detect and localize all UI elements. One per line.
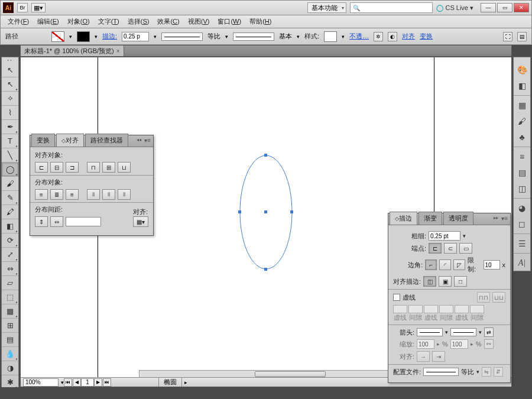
eraser-tool[interactable]: ◧▸	[2, 219, 18, 233]
corner-miter-button[interactable]: ⌐	[425, 259, 437, 270]
selected-ellipse-shape[interactable]	[239, 155, 293, 270]
brushes-panel-icon[interactable]: 🖌	[514, 113, 530, 129]
artboard-number-input[interactable]	[81, 378, 94, 387]
menu-object[interactable]: 对象(O)	[64, 16, 93, 27]
dist-vcenter-button[interactable]: ≣	[50, 189, 63, 200]
tab-gradient[interactable]: 渐变	[419, 212, 442, 225]
dash1-input[interactable]	[393, 305, 407, 313]
flip-along-icon[interactable]: ⇋	[482, 367, 491, 377]
arrow-start-dropdown[interactable]	[417, 328, 443, 336]
style-swatch[interactable]	[324, 31, 337, 42]
dist-hcenter-button[interactable]: ⦀	[102, 189, 115, 200]
cap-square-button[interactable]: ▭	[459, 243, 472, 254]
panel-menu-icon[interactable]: ▾≡	[501, 215, 508, 222]
perspective-grid-tool[interactable]: ▦▸	[2, 304, 18, 319]
recolor-icon[interactable]: ✲	[374, 32, 383, 41]
tab-align[interactable]: ◇对齐	[56, 134, 84, 147]
free-transform-tool[interactable]: ▱	[2, 276, 18, 290]
type-tool[interactable]: T▸	[2, 134, 18, 148]
align-bottom-button[interactable]: ⊔	[118, 162, 131, 173]
opacity-link[interactable]: 不透…	[349, 32, 369, 41]
search-input[interactable]	[350, 2, 433, 13]
align-stroke-inside-button[interactable]: ▣	[439, 276, 452, 287]
link-scale-icon[interactable]: ⚯	[484, 339, 494, 349]
dash2-input[interactable]	[424, 305, 438, 313]
ellipse-tool[interactable]: ◯▸	[2, 163, 18, 177]
nav-last-icon[interactable]: ⏭	[103, 378, 111, 387]
isolate-icon[interactable]: ⛶	[503, 32, 512, 41]
tab-transform[interactable]: 变换	[31, 134, 55, 147]
layout-arrange-icon[interactable]: ▦▾	[31, 3, 46, 12]
selection-tool[interactable]: ↖	[2, 63, 18, 77]
arrow-extend-button[interactable]: →	[417, 351, 430, 362]
align-link[interactable]: 对齐	[402, 32, 415, 41]
magic-wand-tool[interactable]: ✧	[2, 92, 18, 106]
flip-across-icon[interactable]: ⇵	[494, 367, 503, 377]
dist-bottom-button[interactable]: ≡	[66, 189, 79, 200]
gap3-input[interactable]	[470, 305, 484, 313]
align-hcenter-button[interactable]: ⊟	[50, 162, 63, 173]
align-vcenter-button[interactable]: ⊞	[102, 162, 115, 173]
tab-stroke[interactable]: ◇描边	[390, 212, 417, 225]
menu-window[interactable]: 窗口(W)	[214, 16, 245, 27]
dash-preserve-button[interactable]: ⊓⊓	[477, 292, 490, 303]
artboard-nav[interactable]: ⏮ ◀	[64, 378, 81, 387]
menu-type[interactable]: 文字(T)	[95, 16, 123, 27]
color-panel-icon[interactable]: 🎨	[514, 62, 530, 77]
tab-transparency[interactable]: 透明度	[443, 212, 473, 225]
status-menu-icon[interactable]: ▸	[184, 379, 187, 385]
maximize-button[interactable]: ▭	[497, 3, 512, 12]
menu-effect[interactable]: 效果(C)	[154, 16, 183, 27]
recolor2-icon[interactable]: ◐	[388, 32, 397, 41]
workspace-switcher[interactable]: 基本功能	[307, 2, 346, 13]
fill-swatch[interactable]	[51, 31, 64, 42]
spacing-input[interactable]	[66, 217, 101, 226]
arrow-start-scale-input[interactable]	[417, 339, 434, 349]
panel-menu-icon[interactable]: ▾≡	[144, 137, 151, 144]
panel-collapse-icon[interactable]: ▸▸	[494, 215, 498, 220]
stroke-link[interactable]: 描边:	[102, 32, 117, 41]
gap2-input[interactable]	[439, 305, 453, 313]
layers-panel-icon[interactable]: ☰	[514, 236, 530, 251]
zoom-input[interactable]	[23, 378, 59, 387]
direct-selection-tool[interactable]: ↖▸	[2, 77, 18, 92]
arrow-end-scale-input[interactable]	[450, 339, 468, 349]
menu-file[interactable]: 文件(F)	[4, 16, 33, 27]
mesh-tool[interactable]: ⊞	[2, 319, 18, 333]
arrow-place-button[interactable]: ⇥	[432, 351, 445, 362]
document-tab[interactable]: 未标题-1* @ 100% (RGB/预览) ×	[21, 46, 124, 56]
gap1-input[interactable]	[408, 305, 423, 313]
tab-pathfinder[interactable]: 路径查找器	[85, 134, 128, 147]
stroke-panel-icon[interactable]: ≡	[514, 149, 530, 164]
corner-bevel-button[interactable]: ◸	[453, 259, 465, 270]
close-tab-icon[interactable]: ×	[116, 48, 120, 54]
swap-arrows-icon[interactable]: ⇄	[484, 327, 494, 337]
dist-top-button[interactable]: ≡	[35, 189, 48, 200]
arrow-end-dropdown[interactable]	[450, 328, 476, 336]
align-left-button[interactable]: ⊏	[35, 162, 48, 173]
minimize-button[interactable]: —	[481, 3, 496, 12]
menu-edit[interactable]: 编辑(E)	[34, 16, 63, 27]
align-right-button[interactable]: ⊐	[66, 162, 79, 173]
graphic-styles-panel-icon[interactable]: ◻	[514, 216, 530, 232]
stroke-weight-input[interactable]	[122, 32, 149, 41]
dash3-input[interactable]	[455, 305, 469, 313]
scale-tool[interactable]: ⤢▸	[2, 248, 18, 262]
transform-link[interactable]: 变换	[420, 32, 433, 41]
panel-menu-icon[interactable]: ▤	[517, 32, 527, 41]
close-button[interactable]: ✕	[514, 3, 529, 12]
line-tool[interactable]: ╲▸	[2, 148, 18, 163]
color-guide-panel-icon[interactable]: ◧	[514, 78, 530, 93]
transparency-panel-icon[interactable]: ◫	[514, 181, 530, 196]
profile-dropdown[interactable]	[423, 368, 459, 376]
weight-input[interactable]	[429, 231, 460, 241]
corner-round-button[interactable]: ◜	[439, 259, 451, 270]
bridge-icon[interactable]: Br	[17, 3, 28, 12]
nav-next-icon[interactable]: ▶	[94, 378, 102, 387]
menu-help[interactable]: 帮助(H)	[246, 16, 275, 27]
rotate-tool[interactable]: ⟳▸	[2, 233, 18, 248]
dist-hspace-button[interactable]: ⇔	[50, 216, 63, 227]
miter-limit-input[interactable]	[484, 260, 500, 270]
width-tool[interactable]: ⇔▸	[2, 262, 18, 276]
cap-butt-button[interactable]: ⊏	[429, 243, 442, 254]
